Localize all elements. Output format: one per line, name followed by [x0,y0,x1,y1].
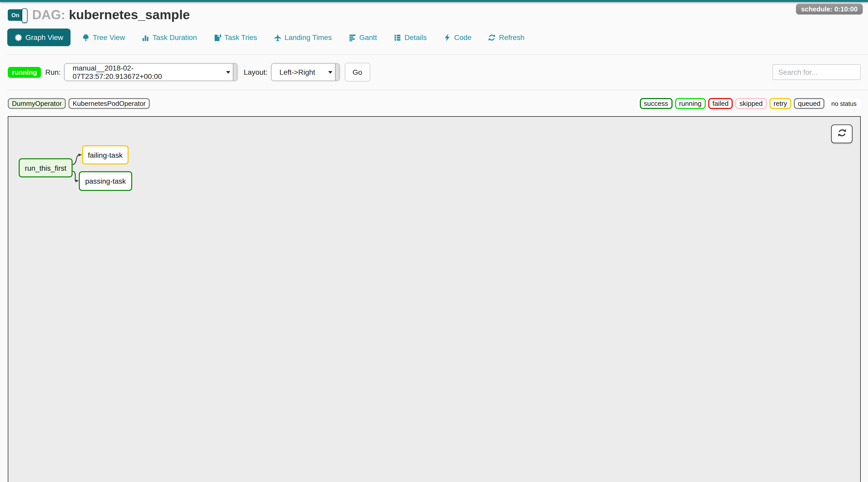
status-badge-success: success [640,98,672,109]
task-node-run_this_first[interactable]: run_this_first [19,158,72,177]
arrowhead-icon [79,154,82,156]
layout-select-value: Left->Right [279,68,315,76]
dag-run-status-badge: running [8,67,41,78]
refresh-icon [837,128,846,140]
search-input[interactable] [773,64,861,80]
details-icon [394,33,401,41]
code-icon [443,33,451,41]
tab-gantt[interactable]: Gantt [348,33,377,41]
tab-label: Task Duration [152,33,197,41]
tab-landing-times[interactable]: Landing Times [274,33,332,41]
operator-legend: DummyOperatorKubernetesPodOperator [8,98,150,109]
graph-view-icon [14,33,22,41]
chevron-down-icon [226,71,230,74]
run-label: Run: [45,68,61,76]
task-duration-icon [142,33,149,41]
arrowhead-icon [75,180,79,182]
edge-run_this_first-failing-task [72,155,79,164]
go-button[interactable]: Go [345,63,370,82]
status-legend: successrunningfailedskippedretryqueuedno… [640,98,861,109]
view-tabs: Graph ViewTree ViewTask DurationTask Tri… [7,29,868,46]
tab-task-tries[interactable]: Task Tries [214,33,257,41]
graph-refresh-button[interactable] [831,124,852,143]
tab-tree-view[interactable]: Tree View [82,33,125,41]
top-navbar-strip [0,0,868,2]
tab-label: Landing Times [285,33,332,41]
run-controls: running Run: manual__2018-02-07T23:57:20… [8,63,861,82]
status-badge-queued: queued [794,98,825,109]
page-title: DAG: kubernetes_sample [32,7,190,22]
select-scrollbar [335,64,339,81]
tab-label: Gantt [359,33,377,41]
tab-code[interactable]: Code [443,33,472,41]
tab-label: Code [454,33,472,41]
status-badge-failed: failed [708,98,733,109]
legend-row: DummyOperatorKubernetesPodOperator succe… [8,98,861,109]
tab-label: Refresh [499,33,525,41]
divider [7,55,868,55]
tab-graph-view[interactable]: Graph View [7,29,70,46]
tab-details[interactable]: Details [394,33,427,41]
chevron-down-icon [328,71,332,74]
operator-badge-kubernetespodoperator: KubernetesPodOperator [68,98,150,109]
select-scrollbar [233,64,237,81]
task-node-failing-task[interactable]: failing-task [82,145,129,164]
toggle-on-label: On [11,12,20,18]
tab-refresh[interactable]: Refresh [488,33,525,41]
tab-task-duration[interactable]: Task Duration [142,33,197,41]
status-badge-no-status: no status [827,98,861,109]
refresh-icon [488,33,496,41]
tab-label: Tree View [93,33,125,41]
status-badge-retry: retry [770,98,791,109]
tab-label: Task Tries [224,33,257,41]
layout-select[interactable]: Left->Right [271,63,340,81]
run-select[interactable]: manual__2018-02-07T23:57:20.913672+00:00 [64,63,238,81]
schedule-badge: schedule: 0:10:00 [796,4,863,14]
dag-graph-canvas[interactable]: run_this_firstfailing-taskpassing-task [8,116,861,482]
dag-prefix-label: DAG: [32,7,65,22]
dag-edges [8,117,860,482]
operator-badge-dummyoperator: DummyOperator [8,98,66,109]
tab-label: Details [404,33,427,41]
toggle-knob[interactable] [22,8,28,23]
tab-label: Graph View [25,33,63,41]
status-badge-skipped: skipped [735,98,767,109]
run-select-value: manual__2018-02-07T23:57:20.913672+00:00 [72,64,222,81]
task-tries-icon [214,33,221,41]
dag-name: kubernetes_sample [69,7,190,22]
divider [7,90,868,90]
landing-times-icon [274,33,282,41]
layout-label: Layout: [244,68,268,76]
dag-on-off-toggle[interactable]: On [8,9,27,21]
dag-header: On DAG: kubernetes_sample schedule: 0:10… [0,2,868,22]
edge-run_this_first-passing-task [72,171,76,181]
task-node-passing-task[interactable]: passing-task [79,171,132,191]
tree-view-icon [82,33,90,41]
gantt-icon [348,33,356,41]
status-badge-running: running [675,98,706,109]
